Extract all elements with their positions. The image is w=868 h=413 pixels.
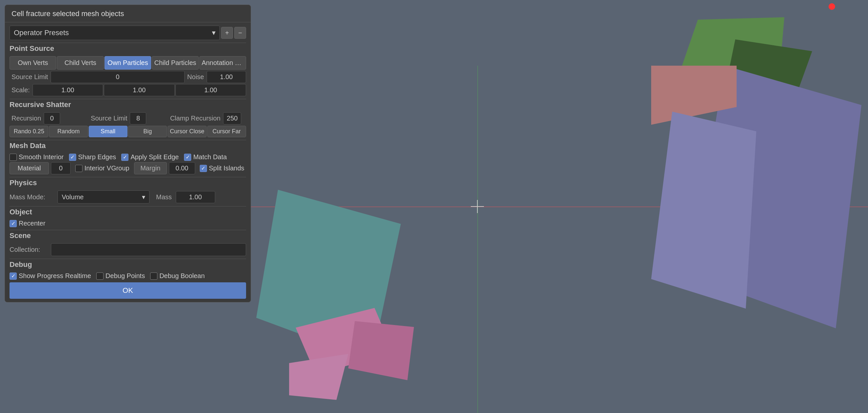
collection-label: Collection:	[9, 246, 49, 253]
random-button[interactable]: Random	[49, 126, 88, 137]
rando-button[interactable]: Rando 0.25	[9, 126, 48, 137]
mass-mode-row: Mass Mode: Volume ▾ Mass 1.00	[9, 191, 246, 204]
clamp-recursion-value[interactable]: 250	[223, 112, 241, 125]
debug-check-row: Show Progress Realtime Debug Points Debu…	[9, 272, 246, 280]
shape-pink-bottom3	[289, 354, 348, 400]
interior-vgroup-checkbox[interactable]	[75, 165, 83, 172]
material-row: Material 0 Interior VGroup Margin 0.00 S…	[9, 162, 246, 174]
source-limit-row: Source Limit 0 Noise 1.00	[9, 71, 246, 83]
child-verts-button[interactable]: Child Verts	[57, 56, 103, 70]
apply-split-edge-checkbox[interactable]	[121, 153, 128, 161]
scene-header: Scene	[9, 230, 246, 241]
shape-pink-bottom2	[348, 321, 414, 380]
recursion-value[interactable]: 0	[44, 112, 60, 125]
show-progress-checkbox[interactable]	[9, 273, 17, 280]
recursion-row: Recursion 0 Source Limit 8 Clamp Recursi…	[9, 112, 246, 125]
add-preset-button[interactable]: +	[221, 27, 233, 39]
recenter-checkbox[interactable]	[9, 220, 17, 227]
mass-value[interactable]: 1.00	[176, 191, 215, 203]
annotation-pencil-button[interactable]: Annotation Pencil	[199, 56, 246, 70]
interior-vgroup-item[interactable]: Interior VGroup	[75, 165, 129, 172]
cursor-far-button[interactable]: Cursor Far	[207, 126, 246, 137]
show-progress-item[interactable]: Show Progress Realtime	[9, 272, 91, 280]
debug-points-label: Debug Points	[105, 272, 145, 280]
debug-header: Debug	[9, 259, 246, 270]
debug-boolean-label: Debug Boolean	[159, 272, 205, 280]
cell-fracture-panel: Cell fracture selected mesh objects Oper…	[5, 5, 251, 302]
crosshair-icon	[471, 200, 484, 213]
margin-value[interactable]: 0.00	[169, 162, 195, 174]
margin-row: Margin 0.00	[134, 162, 195, 174]
debug-boolean-checkbox[interactable]	[150, 273, 157, 280]
mass-mode-label: Mass Mode:	[9, 193, 56, 201]
sharp-edges-item[interactable]: Sharp Edges	[69, 153, 116, 161]
noise-label: Noise	[185, 73, 206, 81]
smooth-interior-item[interactable]: Smooth Interior	[9, 153, 64, 161]
own-verts-button[interactable]: Own Verts	[9, 56, 56, 70]
object-check-row: Recenter	[9, 220, 246, 227]
debug-boolean-item[interactable]: Debug Boolean	[150, 272, 205, 280]
sharp-edges-label: Sharp Edges	[78, 153, 116, 161]
recenter-label: Recenter	[19, 220, 45, 227]
point-source-buttons: Own Verts Child Verts Own Particles Chil…	[9, 56, 246, 70]
recursive-shatter-header: Recursive Shatter	[9, 99, 246, 110]
recursion-label: Recursion	[9, 114, 43, 122]
match-data-item[interactable]: Match Data	[184, 153, 227, 161]
physics-header: Physics	[9, 177, 246, 188]
match-data-label: Match Data	[193, 153, 227, 161]
margin-label[interactable]: Margin	[134, 162, 167, 174]
show-progress-label: Show Progress Realtime	[19, 272, 91, 280]
debug-points-item[interactable]: Debug Points	[96, 272, 145, 280]
rec-source-limit-value[interactable]: 8	[130, 112, 146, 125]
remove-preset-button[interactable]: −	[234, 27, 246, 39]
material-label[interactable]: Material	[9, 162, 49, 174]
mass-mode-dropdown[interactable]: Volume ▾	[58, 191, 150, 204]
mesh-data-header: Mesh Data	[9, 140, 246, 151]
mesh-data-check-row-1: Smooth Interior Sharp Edges Apply Split …	[9, 153, 246, 161]
split-islands-label: Split Islands	[209, 165, 244, 172]
collection-row: Collection:	[9, 243, 246, 256]
scale-row: Scale: 1.00 1.00 1.00	[9, 84, 246, 96]
grid-line-vertical	[477, 66, 478, 413]
child-particles-button[interactable]: Child Particles	[152, 56, 198, 70]
presets-row: Operator Presets ▾ + −	[9, 26, 246, 40]
smooth-interior-checkbox[interactable]	[9, 153, 17, 161]
cursor-close-button[interactable]: Cursor Close	[167, 126, 206, 137]
scale-label: Scale:	[9, 87, 32, 94]
object-header: Object	[9, 206, 246, 218]
rec-source-limit-field: Source Limit 8	[89, 112, 166, 125]
scale-z-value[interactable]: 1.00	[176, 84, 246, 96]
mass-label: Mass	[154, 193, 174, 201]
split-islands-checkbox[interactable]	[200, 165, 207, 172]
operator-presets-dropdown[interactable]: Operator Presets ▾	[9, 26, 220, 40]
sharp-edges-checkbox[interactable]	[69, 153, 76, 161]
recenter-item[interactable]: Recenter	[9, 220, 45, 227]
match-data-checkbox[interactable]	[184, 153, 191, 161]
collection-input[interactable]	[51, 243, 246, 256]
apply-split-edge-label: Apply Split Edge	[130, 153, 179, 161]
split-islands-item[interactable]: Split Islands	[200, 165, 244, 172]
apply-split-edge-item[interactable]: Apply Split Edge	[121, 153, 179, 161]
noise-value[interactable]: 1.00	[207, 71, 246, 83]
interior-vgroup-label: Interior VGroup	[85, 165, 129, 172]
small-button[interactable]: Small	[89, 126, 127, 137]
debug-points-checkbox[interactable]	[96, 273, 103, 280]
source-limit-label: Source Limit	[9, 73, 50, 81]
shape-purple-mid	[651, 112, 756, 309]
panel-title: Cell fracture selected mesh objects	[5, 5, 251, 22]
big-button[interactable]: Big	[128, 126, 167, 137]
panel-body: Operator Presets ▾ + − Point Source Own …	[5, 22, 251, 302]
scale-x-value[interactable]: 1.00	[33, 84, 103, 96]
red-dot-indicator	[829, 3, 835, 10]
recursion-field: Recursion 0	[9, 112, 87, 125]
source-limit-value[interactable]: 0	[51, 71, 185, 83]
ok-button[interactable]: OK	[9, 282, 246, 299]
scale-y-value[interactable]: 1.00	[104, 84, 175, 96]
smooth-interior-label: Smooth Interior	[19, 153, 64, 161]
rec-source-limit-label: Source Limit	[89, 114, 129, 122]
mode-buttons: Rando 0.25 Random Small Big Cursor Close…	[9, 126, 246, 137]
material-value[interactable]: 0	[51, 162, 71, 174]
own-particles-button[interactable]: Own Particles	[104, 56, 151, 70]
clamp-recursion-field: Clamp Recursion 250	[168, 112, 246, 125]
chevron-down-icon: ▾	[142, 193, 145, 201]
